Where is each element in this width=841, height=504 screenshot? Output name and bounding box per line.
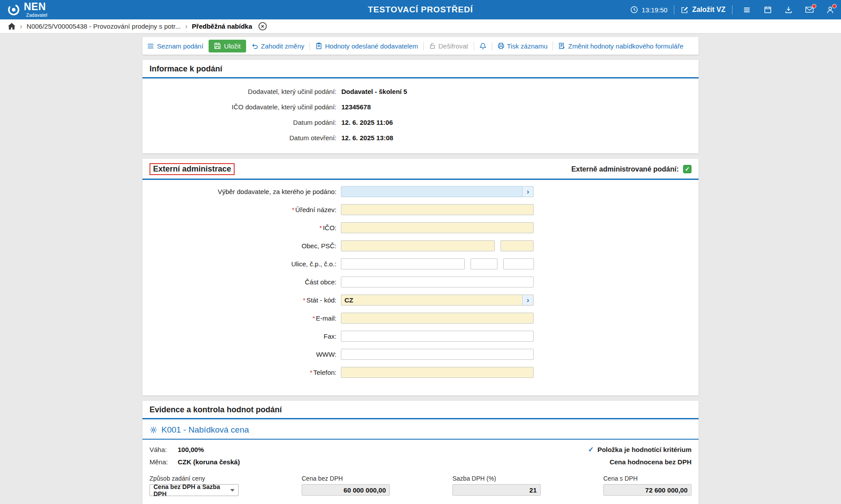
toolbar-divider <box>310 42 310 50</box>
clock-icon <box>630 6 638 14</box>
vyber-dodavatele-input[interactable] <box>341 186 534 197</box>
toolbar-divider <box>423 42 424 50</box>
mena-value: CZK (koruna česká) <box>178 458 240 466</box>
create-vz-button[interactable]: Založit VZ <box>681 6 725 14</box>
toolbar-zahodit-zmeny[interactable]: Zahodit změny <box>251 42 304 50</box>
cast-obce-input[interactable] <box>341 276 534 287</box>
zpusob-label: Způsob zadání ceny <box>150 475 239 482</box>
form-row-ulice: Ulice, č.p., č.o.: <box>142 258 699 269</box>
calendar-icon[interactable] <box>764 6 772 14</box>
info-row: Datum podání: 12. 6. 2025 11:06 <box>142 115 699 130</box>
ulice-input[interactable] <box>341 258 465 269</box>
uredni-nazev-input[interactable] <box>341 204 534 215</box>
fax-input[interactable] <box>341 331 534 342</box>
k001-title: K001 - Nabídková cena <box>161 425 249 435</box>
vaha-label: Váha: <box>150 446 178 453</box>
info-label: IČO dodavatele, který učinil podání: <box>142 103 336 111</box>
sazba-dph-input[interactable] <box>452 484 541 496</box>
chevron-right-icon <box>20 22 22 30</box>
nen-logo-icon <box>7 3 20 16</box>
ico-input[interactable] <box>341 222 534 233</box>
stat-kod-input[interactable] <box>341 295 534 306</box>
toolbar-notifications[interactable] <box>479 42 486 50</box>
user-badge <box>832 4 837 8</box>
required-asterisk <box>303 296 306 304</box>
mena-row: Měna: CZK (koruna česká) Cena hodnocena … <box>142 456 699 468</box>
field-label: E-mail: <box>142 314 336 322</box>
toolbar-divider <box>553 42 553 50</box>
toolbar-divider <box>492 42 492 50</box>
mail-icon[interactable] <box>805 6 814 13</box>
supplier-lookup-field <box>341 186 534 197</box>
undo-icon <box>251 42 258 49</box>
printer-icon <box>497 42 505 49</box>
home-icon[interactable] <box>8 23 15 30</box>
form-row-email: E-mail: <box>142 313 699 324</box>
bell-icon <box>479 42 486 50</box>
obec-input[interactable] <box>341 240 495 251</box>
clock-display: 13:19:50 <box>630 6 667 14</box>
info-row: IČO dodavatele, který učinil podání: 123… <box>142 99 699 115</box>
mena-label: Měna: <box>150 458 178 466</box>
close-tab-icon[interactable] <box>258 22 267 30</box>
edit-icon <box>681 6 688 14</box>
cp-input[interactable] <box>471 258 497 269</box>
toolbar-label: Seznam podání <box>157 42 203 50</box>
info-row: Datum otevření: 12. 6. 2025 13:08 <box>142 130 699 146</box>
menu-icon[interactable] <box>743 6 751 14</box>
toolbar-hodnoty-odeslane[interactable]: Hodnoty odeslané dodavatelem <box>315 42 418 50</box>
cena-s-dph-input[interactable] <box>603 484 691 496</box>
unlock-icon <box>429 42 436 49</box>
save-button[interactable]: Uložit <box>209 40 246 52</box>
form-row-ico: IČO: <box>142 222 699 233</box>
price-entry-mode-value: Cena bez DPH a Sazba DPH <box>153 483 228 497</box>
externe-administrovane-checkbox[interactable] <box>683 165 691 173</box>
toolbar-label: Zahodit změny <box>261 42 304 50</box>
price-entry-mode-select[interactable]: Cena bez DPH a Sazba DPH <box>150 484 239 496</box>
nen-logo[interactable]: NEN Zadavatel <box>7 2 47 18</box>
toolbar-seznam-podani[interactable]: Seznam podání <box>147 42 203 50</box>
panel-evidence-hodnot: Evidence a kontrola hodnot podání K001 -… <box>142 401 699 504</box>
info-value: 12. 6. 2025 13:08 <box>341 134 393 142</box>
breadcrumb: N006/25/V00005438 - Provozování prodejny… <box>0 19 841 34</box>
criterion-icon <box>150 426 157 434</box>
form-row-telefon: Telefon: <box>142 367 699 378</box>
user-icon[interactable] <box>826 6 834 14</box>
download-icon[interactable] <box>785 6 792 14</box>
toolbar-tisk-zaznamu[interactable]: Tisk záznamu <box>497 42 548 50</box>
lookup-chevron-icon[interactable] <box>522 187 533 197</box>
clipboard-icon <box>315 42 322 49</box>
required-asterisk <box>292 206 295 213</box>
topbar-divider <box>674 5 674 15</box>
kriterium-note: Položka je hodnotící kritérium <box>598 446 691 453</box>
breadcrumb-contract[interactable]: N006/25/V00005438 - Provozování prodejny… <box>26 22 180 30</box>
dph-note: Cena hodnocena bez DPH <box>609 458 691 466</box>
mail-badge <box>812 4 816 8</box>
email-input[interactable] <box>341 313 534 324</box>
field-label: Stát - kód: <box>142 296 336 304</box>
chevron-down-icon <box>230 489 235 492</box>
toolbar-zmenit-hodnoty[interactable]: Změnit hodnoty nabídkového formuláře <box>558 42 683 50</box>
toolbar-desifrovat[interactable]: Dešifrovat <box>429 42 468 50</box>
psc-input[interactable] <box>501 240 534 251</box>
field-label: Obec, PSČ: <box>142 242 336 250</box>
info-value: 12. 6. 2025 11:06 <box>341 119 393 126</box>
field-label: Fax: <box>142 332 336 340</box>
cena-bez-dph-input[interactable] <box>302 484 390 496</box>
cena-bez-dph-label: Cena bez DPH <box>302 475 390 482</box>
field-label: Část obce: <box>142 278 336 286</box>
www-input[interactable] <box>341 349 534 360</box>
field-label: IČO: <box>142 224 336 231</box>
list-icon <box>147 42 154 50</box>
breadcrumb-current: Předběžná nabídka <box>192 22 252 30</box>
lookup-chevron-icon[interactable] <box>522 295 533 305</box>
check-icon <box>588 445 594 454</box>
field-label: Ulice, č.p., č.o.: <box>142 260 336 268</box>
section-title: Informace k podání <box>150 64 222 74</box>
form-row-cast-obce: Část obce: <box>142 276 699 287</box>
top-bar: NEN Zadavatel TESTOVACÍ PROSTŘEDÍ 13:19:… <box>0 0 841 19</box>
telefon-input[interactable] <box>341 367 534 378</box>
form-row-vyber-dodavatele: Výběr dodavatele, za kterého je podáno: <box>142 186 699 197</box>
info-row: Dodavatel, který učinil podání: Dodavate… <box>142 84 699 99</box>
co-input[interactable] <box>503 258 534 269</box>
